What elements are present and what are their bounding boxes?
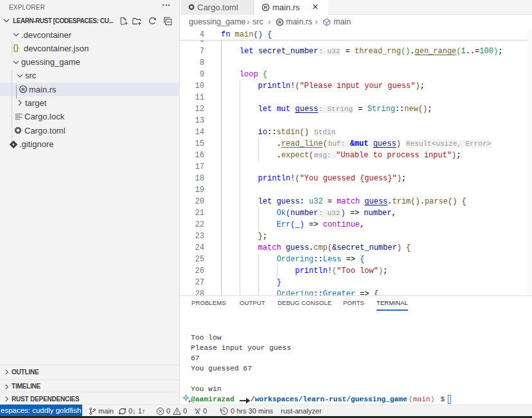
svg-text:R: R [21,87,25,92]
svg-text:R: R [264,4,268,10]
svg-text:R: R [278,20,281,24]
